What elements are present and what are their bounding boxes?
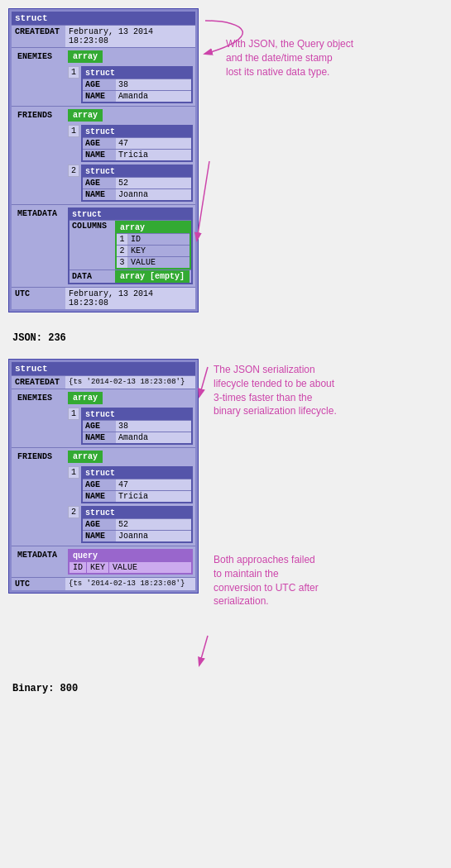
createdat-value: February, 13 2014 18:23:08 — [65, 26, 195, 47]
b-friend-struct-header-2: struct — [83, 508, 191, 518]
friends-label: FRIENDS — [14, 109, 68, 202]
b-friends-content: array 1 struct AGE 47 NAME Tricia — [68, 451, 193, 543]
enemies-row: ENEMIES array 1 struct AGE 38 — [12, 47, 195, 106]
friend-struct-1: struct AGE 47 NAME Tricia — [81, 125, 193, 162]
utc-value: February, 13 2014 18:23:08 — [65, 288, 195, 309]
b-friend-index-1: 1 — [68, 466, 79, 479]
bottom-section: struct CREATEDAT {ts '2014-02-13 18:23:0… — [8, 359, 443, 673]
bottom-annotation-1: The JSON serializationlifecycle tended t… — [209, 359, 341, 422]
col-idx-3: 3 — [117, 257, 128, 268]
friends-row: FRIENDS array 1 struct AGE 47 — [12, 106, 195, 204]
col-idx-1: 1 — [117, 234, 128, 245]
page-container: struct CREATEDAT February, 13 2014 18:23… — [8, 8, 443, 694]
columns-array: array 1 ID 2 KEY — [115, 221, 191, 269]
friends-array-label: array — [68, 109, 103, 122]
enemy-name-value-1: Amanda — [116, 91, 191, 102]
b-friend-index-2: 2 — [68, 506, 79, 518]
b-enemy-age-row-1: AGE 38 — [83, 420, 191, 432]
b-query-key: KEY — [87, 562, 109, 573]
b-friend-name-value-2: Joanna — [116, 531, 191, 541]
friends-content: array 1 struct AGE 47 NAME Tri — [68, 109, 193, 202]
col-row-3: 3 VALUE — [117, 256, 190, 268]
utc-label: UTC — [12, 288, 65, 309]
enemy-age-row-1: AGE 38 — [83, 79, 191, 90]
b-metadata-row: METADATA query ID KEY VALUE — [12, 546, 195, 577]
b-friend-age-value-1: 47 — [116, 479, 191, 490]
columns-content: array 1 ID 2 KEY — [115, 221, 191, 269]
top-section: struct CREATEDAT February, 13 2014 18:23… — [8, 8, 443, 322]
data-content: array [empty] — [115, 270, 191, 283]
data-label: DATA — [70, 271, 115, 282]
b-enemies-array-label: array — [68, 392, 103, 404]
col-val-1: ID — [128, 234, 190, 245]
b-utc-value: {ts '2014-02-13 18:23:08'} — [65, 578, 195, 590]
createdat-label: CREATEDAT — [12, 26, 65, 47]
b-query-cols-row: ID KEY VALUE — [70, 561, 191, 573]
b-friend-age-label-1: AGE — [83, 479, 116, 490]
metadata-struct: struct COLUMNS array 1 ID — [68, 207, 193, 284]
friend-item-2: 2 struct AGE 52 NAME Joanna — [68, 165, 193, 202]
bottom-annotation-2: Both approaches failedto maintain thecon… — [209, 549, 323, 613]
b-friend-struct-2: struct AGE 52 NAME Joanna — [81, 506, 193, 543]
b-utc-row: UTC {ts '2014-02-13 18:23:08'} — [12, 577, 195, 590]
friend-name-row-2: NAME Joanna — [83, 188, 191, 200]
friend-age-label-2: AGE — [83, 178, 116, 188]
b-enemy-age-value-1: 38 — [116, 421, 191, 432]
b-utc-label: UTC — [12, 578, 65, 590]
friend-age-value-2: 52 — [116, 178, 191, 188]
b-enemies-label: ENEMIES — [14, 392, 68, 445]
b-friends-label: FRIENDS — [14, 451, 68, 543]
b-friend-name-label-1: NAME — [83, 491, 116, 502]
friend-item-1: 1 struct AGE 47 NAME Tricia — [68, 125, 193, 162]
utc-row: UTC February, 13 2014 18:23:08 — [12, 287, 195, 309]
b-friend-age-row-2: AGE 52 — [83, 518, 191, 530]
enemy-struct-1: struct AGE 38 NAME Amanda — [81, 66, 193, 103]
b-enemies-content: array 1 struct AGE 38 NAME Amanda — [68, 392, 193, 445]
col-idx-2: 2 — [117, 246, 128, 256]
friend-struct-2: struct AGE 52 NAME Joanna — [81, 165, 193, 202]
metadata-label: METADATA — [14, 207, 68, 284]
b-friend-age-label-2: AGE — [83, 519, 116, 530]
b-enemy-item-1: 1 struct AGE 38 NAME Amanda — [68, 408, 193, 445]
json-size-label: JSON: 236 — [12, 332, 443, 344]
bottom-struct-header: struct — [12, 362, 195, 375]
b-enemy-index-1: 1 — [68, 408, 79, 420]
top-annotations: With JSON, the Query objectand the date/… — [205, 8, 443, 322]
enemy-index-1: 1 — [68, 66, 79, 79]
data-empty-array: array [empty] — [115, 270, 190, 283]
b-enemies-row: ENEMIES array 1 struct AGE 38 NAME — [12, 389, 195, 447]
columns-array-header: array — [117, 222, 190, 233]
columns-row: COLUMNS array 1 ID 2 — [70, 220, 191, 269]
friend-index-2: 2 — [68, 165, 79, 177]
b-query-id: ID — [70, 562, 87, 573]
b-friend-struct-1: struct AGE 47 NAME Tricia — [81, 466, 193, 503]
metadata-struct-header: struct — [70, 209, 191, 220]
arrow-b-utc — [195, 632, 220, 698]
friend-age-row-1: AGE 47 — [83, 137, 191, 149]
friend-name-row-1: NAME Tricia — [83, 149, 191, 160]
enemy-age-label-1: AGE — [83, 79, 116, 90]
b-friends-row: FRIENDS array 1 struct AGE 47 NAME — [12, 447, 195, 546]
enemy-struct-header-1: struct — [83, 68, 191, 79]
annotation-content: With JSON, the Query objectand the date/… — [222, 33, 357, 83]
b-friend-struct-header-1: struct — [83, 468, 191, 479]
arrow-b-createdat — [195, 363, 220, 429]
metadata-content: struct COLUMNS array 1 ID — [68, 207, 193, 284]
friend-age-label-1: AGE — [83, 138, 116, 149]
col-val-2: KEY — [128, 246, 190, 256]
b-createdat-value: {ts '2014-02-13 18:23:08'} — [65, 376, 195, 389]
top-struct-box: struct CREATEDAT February, 13 2014 18:23… — [8, 8, 199, 312]
b-enemy-name-value-1: Amanda — [116, 432, 191, 443]
friend-struct-header-1: struct — [83, 126, 191, 137]
friend-name-value-1: Tricia — [116, 150, 191, 160]
enemy-item-1: 1 struct AGE 38 NAME Amanda — [68, 66, 193, 103]
b-enemy-name-label-1: NAME — [83, 432, 116, 443]
friend-age-row-2: AGE 52 — [83, 177, 191, 188]
b-friends-array-label: array — [68, 451, 103, 463]
friend-index-1: 1 — [68, 125, 79, 137]
top-struct-header: struct — [12, 12, 195, 25]
enemies-content: array 1 struct AGE 38 NAME Ama — [68, 50, 193, 103]
top-annotation-text: With JSON, the Query objectand the date/… — [222, 33, 357, 83]
columns-label: COLUMNS — [70, 221, 115, 269]
friend-name-label-2: NAME — [83, 189, 116, 200]
